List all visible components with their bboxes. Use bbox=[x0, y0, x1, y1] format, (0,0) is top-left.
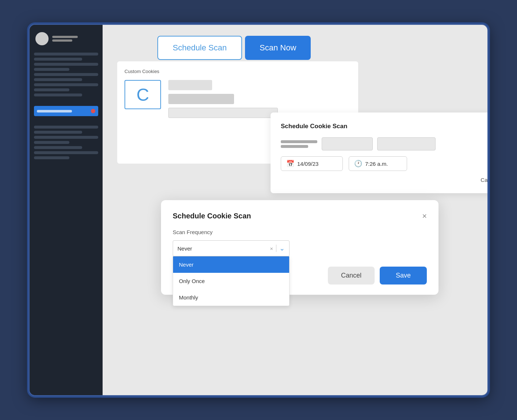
form-field-3[interactable] bbox=[168, 108, 278, 118]
sidebar-title-line-1 bbox=[52, 36, 78, 38]
sidebar-menu-item[interactable] bbox=[34, 58, 82, 61]
dropdown-option-never[interactable]: Never bbox=[173, 256, 289, 273]
sidebar-menu-item[interactable] bbox=[34, 68, 69, 71]
custom-cookies-title: Custom Cookies bbox=[125, 69, 351, 74]
time-value: 7:26 a.m. bbox=[365, 161, 388, 167]
dialog-bg-input-1[interactable] bbox=[322, 137, 373, 150]
sidebar bbox=[30, 25, 103, 395]
schedule-dialog-main: Schedule Cookie Scan × Scan Frequency Ne… bbox=[161, 200, 439, 295]
sidebar-title-lines bbox=[52, 36, 78, 42]
dropdown-trigger[interactable]: Never × ⌄ bbox=[173, 240, 290, 256]
notification-badge bbox=[91, 109, 95, 113]
schedule-dialog-bg-title: Schedule Cookie Scan bbox=[281, 123, 487, 130]
sidebar-menu-item[interactable] bbox=[34, 146, 82, 149]
dialog-bg-cancel-button[interactable]: Cancel bbox=[281, 177, 487, 183]
app-frame: Schedule Scan Scan Now Custom Cookies C … bbox=[28, 24, 489, 396]
sidebar-menu-item[interactable] bbox=[34, 83, 98, 86]
sidebar-title-line-2 bbox=[52, 39, 72, 42]
sidebar-menu-item[interactable] bbox=[34, 151, 98, 154]
dialog-bg-labels bbox=[281, 140, 317, 148]
sidebar-menu-item[interactable] bbox=[34, 63, 98, 66]
cookie-icon-box: C bbox=[125, 80, 161, 109]
dialog-main-header: Schedule Cookie Scan × bbox=[173, 212, 427, 220]
sidebar-menu-item[interactable] bbox=[34, 73, 98, 76]
form-field-2[interactable] bbox=[168, 94, 234, 104]
main-content: Schedule Scan Scan Now Custom Cookies C … bbox=[103, 25, 487, 395]
cancel-button[interactable]: Cancel bbox=[328, 267, 375, 285]
save-button[interactable]: Save bbox=[380, 267, 427, 285]
sidebar-menu-item[interactable] bbox=[34, 93, 82, 96]
dialog-bg-label-line-2 bbox=[281, 145, 308, 148]
dropdown-menu: Never Only Once Monthly bbox=[173, 256, 290, 306]
dropdown-separator bbox=[276, 245, 276, 252]
sidebar-menu-item[interactable] bbox=[34, 53, 98, 56]
top-bar: Schedule Scan Scan Now bbox=[157, 36, 311, 60]
sidebar-menu-item[interactable] bbox=[34, 78, 82, 81]
sidebar-active-item[interactable] bbox=[34, 106, 98, 116]
dialog-bg-form-row bbox=[281, 137, 487, 150]
sidebar-menu-item[interactable] bbox=[34, 126, 98, 129]
dropdown-clear-icon[interactable]: × bbox=[270, 245, 273, 252]
scan-frequency-label: Scan Frequency bbox=[173, 229, 427, 235]
sidebar-menu-item[interactable] bbox=[34, 156, 69, 159]
sidebar-menu-item[interactable] bbox=[34, 131, 82, 134]
schedule-dialog-background: Schedule Cookie Scan 📅 14/09/23 🕐 7:26 a… bbox=[271, 112, 487, 193]
sidebar-top bbox=[30, 32, 103, 53]
time-picker[interactable]: 🕐 7:26 a.m. bbox=[349, 156, 407, 171]
frequency-dropdown[interactable]: Never × ⌄ Never Only Once Monthly bbox=[173, 240, 290, 256]
sidebar-active-label bbox=[37, 110, 72, 112]
dialog-bg-date-row: 📅 14/09/23 🕐 7:26 a.m. bbox=[281, 156, 487, 171]
date-value: 14/09/23 bbox=[297, 161, 318, 167]
sidebar-menu-item[interactable] bbox=[34, 136, 98, 139]
calendar-icon: 📅 bbox=[286, 160, 294, 168]
date-picker[interactable]: 📅 14/09/23 bbox=[281, 156, 343, 171]
chevron-down-icon[interactable]: ⌄ bbox=[279, 244, 285, 252]
dialog-bg-input-2[interactable] bbox=[377, 137, 436, 150]
dropdown-option-only-once[interactable]: Only Once bbox=[173, 273, 289, 289]
cookie-letter: C bbox=[137, 85, 149, 105]
sidebar-menu bbox=[30, 53, 103, 388]
dialog-bg-label-line-1 bbox=[281, 140, 317, 143]
dropdown-selected-value: Never bbox=[177, 245, 270, 252]
sidebar-menu-item[interactable] bbox=[34, 141, 69, 144]
clock-icon: 🕐 bbox=[354, 160, 362, 168]
sidebar-logo bbox=[35, 32, 49, 45]
schedule-scan-button[interactable]: Schedule Scan bbox=[157, 36, 242, 60]
scan-now-button[interactable]: Scan Now bbox=[245, 36, 311, 60]
form-field-1[interactable] bbox=[168, 80, 212, 90]
close-button[interactable]: × bbox=[422, 212, 427, 220]
dropdown-option-monthly[interactable]: Monthly bbox=[173, 289, 289, 306]
sidebar-menu-item[interactable] bbox=[34, 88, 69, 91]
dialog-main-title: Schedule Cookie Scan bbox=[173, 212, 251, 220]
